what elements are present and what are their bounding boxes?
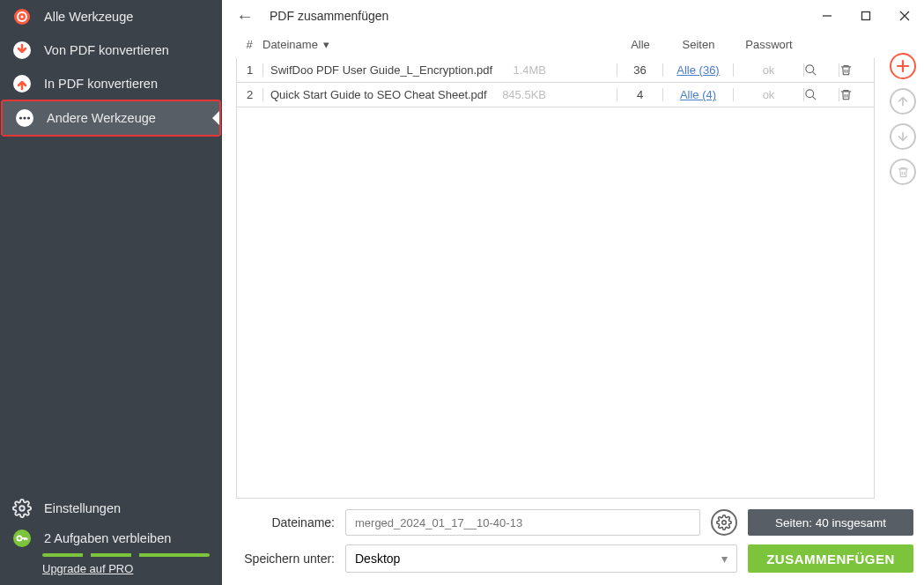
key-circle-icon — [12, 529, 32, 548]
sidebar-item-other-tools[interactable]: Andere Werkzeuge — [3, 101, 219, 135]
col-password[interactable]: Passwort — [734, 38, 804, 51]
row-size: 845.5KB — [502, 88, 546, 101]
remove-all-button[interactable] — [890, 159, 916, 185]
sidebar-item-label: Einstellungen — [44, 501, 121, 515]
svg-rect-14 — [862, 12, 870, 20]
svg-line-18 — [812, 96, 816, 100]
arrow-down-circle-icon — [12, 41, 32, 60]
row-preview-button[interactable] — [803, 88, 839, 101]
upgrade-link[interactable]: Upgrade auf PRO — [42, 562, 133, 575]
table-empty-area — [236, 107, 875, 499]
table-row[interactable]: 2 Quick Start Guide to SEO Cheat Sheet.p… — [236, 83, 875, 107]
row-password: ok — [733, 88, 803, 101]
row-index: 1 — [237, 63, 263, 77]
sidebar-item-from-pdf[interactable]: Von PDF konvertieren — [0, 33, 222, 67]
page-title: PDF zusammenfügen — [270, 9, 388, 23]
merge-button[interactable]: ZUSAMMENFÜGEN — [748, 544, 913, 573]
back-arrow-button[interactable]: ← — [236, 6, 257, 26]
more-circle-icon — [15, 108, 34, 128]
row-pages-link[interactable]: Alle (4) — [680, 88, 716, 101]
app-sidebar: Alle Werkzeuge Von PDF konvertieren In P… — [0, 0, 222, 585]
row-delete-button[interactable] — [839, 63, 874, 77]
row-size: 1.4MB — [513, 63, 546, 77]
window-minimize-button[interactable] — [808, 0, 846, 32]
svg-line-16 — [812, 71, 816, 75]
sidebar-item-label: Von PDF konvertieren — [44, 43, 169, 57]
row-password: ok — [733, 63, 803, 77]
row-index: 2 — [237, 88, 263, 101]
save-location-select[interactable]: Desktop ▾ — [345, 544, 737, 573]
row-all: 4 — [617, 88, 662, 101]
filename-settings-button[interactable] — [711, 509, 737, 536]
filename-input[interactable] — [345, 509, 700, 536]
save-location-label: Speichern unter: — [233, 552, 335, 566]
svg-point-8 — [23, 116, 26, 119]
sidebar-item-settings[interactable]: Einstellungen — [0, 493, 222, 523]
col-num[interactable]: # — [236, 38, 262, 51]
col-pages[interactable]: Seiten — [663, 38, 734, 51]
svg-point-7 — [19, 116, 22, 119]
svg-point-15 — [806, 65, 814, 73]
chevron-down-icon: ▾ — [721, 552, 728, 566]
row-preview-button[interactable] — [803, 63, 839, 77]
tasks-progress-bar — [42, 553, 210, 557]
window-maximize-button[interactable] — [846, 0, 885, 32]
sidebar-item-label: Andere Werkzeuge — [47, 111, 156, 125]
move-up-button[interactable] — [890, 88, 916, 115]
target-icon — [12, 7, 32, 26]
row-filename: SwifDoo PDF User Guide_L_Encryption.pdf — [270, 63, 492, 77]
sort-desc-icon: ▾ — [323, 38, 329, 51]
svg-point-10 — [19, 506, 25, 511]
table-header: # Dateiname▾ Alle Seiten Passwort — [236, 32, 875, 58]
highlighted-sidebar-item: Andere Werkzeuge — [1, 100, 221, 137]
row-delete-button[interactable] — [839, 88, 874, 101]
svg-point-19 — [722, 521, 727, 525]
col-filename[interactable]: Dateiname▾ — [262, 38, 556, 51]
window-close-button[interactable] — [885, 0, 924, 32]
row-pages-link[interactable]: Alle (36) — [676, 63, 719, 77]
svg-point-9 — [27, 116, 30, 119]
col-all[interactable]: Alle — [617, 38, 663, 51]
gear-icon — [12, 499, 32, 518]
table-row[interactable]: 1 SwifDoo PDF User Guide_L_Encryption.pd… — [236, 58, 875, 83]
pages-total-badge: Seiten: 40 insgesamt — [748, 509, 913, 536]
row-all: 36 — [617, 63, 662, 77]
save-location-value: Desktop — [355, 552, 400, 566]
move-down-button[interactable] — [890, 123, 916, 150]
arrow-up-circle-icon — [12, 74, 32, 93]
svg-point-17 — [806, 90, 814, 98]
svg-point-3 — [21, 16, 24, 19]
row-filename: Quick Start Guide to SEO Cheat Sheet.pdf — [270, 88, 487, 101]
tasks-remaining-label: 2 Aufgaben verbleiben — [44, 531, 171, 545]
side-toolbar — [882, 32, 924, 499]
sidebar-item-all-tools[interactable]: Alle Werkzeuge — [0, 0, 222, 33]
filename-label: Dateiname: — [233, 515, 335, 529]
window-titlebar: ← PDF zusammenfügen — [222, 0, 924, 32]
sidebar-item-label: Alle Werkzeuge — [44, 10, 133, 24]
sidebar-item-label: In PDF konvertieren — [44, 77, 158, 91]
sidebar-item-tasks-remaining[interactable]: 2 Aufgaben verbleiben — [0, 523, 222, 553]
sidebar-item-to-pdf[interactable]: In PDF konvertieren — [0, 67, 222, 100]
add-file-button[interactable] — [890, 53, 916, 79]
